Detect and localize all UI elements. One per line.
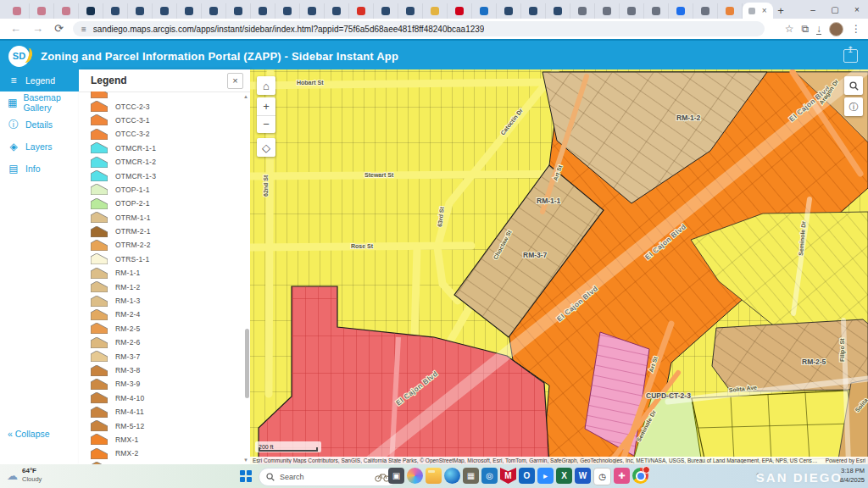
legend-scrollbar[interactable] [245,329,249,398]
legend-item-label: OTCC-3-2 [115,130,150,138]
forward-icon[interactable]: → [32,21,43,36]
pinned-tab[interactable] [448,3,472,19]
dell-command-icon[interactable]: ◎ [481,468,498,484]
pinned-tab[interactable] [423,3,448,19]
url-text[interactable]: sandiego.maps.arcgis.com/apps/instant/si… [93,25,485,34]
minimize-button[interactable]: – [802,0,824,19]
legend-item-label: OTMCR-1-2 [115,158,156,166]
taskbar-search[interactable]: Search [259,468,398,486]
zoom-icon[interactable]: ▸ [537,468,554,484]
pinned-tab[interactable] [349,3,374,19]
map-info-button[interactable]: ⓘ [844,97,863,116]
bookmark-star-icon[interactable]: ☆ [785,24,794,34]
sidebar-item-info[interactable]: ▤Info [0,158,79,180]
tray-chevron-icon[interactable]: ^ [756,471,760,479]
info-circle-icon: ⓘ [8,118,19,132]
chrome-icon[interactable] [632,468,648,484]
share-icon[interactable] [843,49,858,63]
pinned-tab[interactable] [620,3,644,19]
mcafee-icon[interactable]: M [500,468,516,484]
close-icon[interactable]: × [227,73,243,89]
pinned-tab[interactable] [521,3,546,19]
home-button[interactable]: ⌂ [257,76,275,95]
todo-icon[interactable]: ◷ [593,468,611,485]
pinned-tab[interactable] [128,3,153,19]
pinned-tab[interactable] [79,3,103,19]
sidebar-item-basemap-gallery[interactable]: ▦Basemap Gallery [0,92,79,114]
copilot-icon[interactable] [407,468,423,484]
pinned-tab[interactable] [54,3,79,19]
pinned-tab[interactable] [497,3,521,19]
word-icon[interactable]: W [575,468,591,484]
map-attribution: Esri Community Maps Contributors, SanGIS… [250,457,868,464]
new-tab-button[interactable]: + [773,4,788,17]
legend-swatch [91,142,108,153]
pinned-tab[interactable] [325,3,349,19]
task-view-icon[interactable]: ▣ [388,468,404,484]
sidebar-item-layers[interactable]: ◈Layers [0,136,79,158]
scroll-up-icon[interactable]: ▲ [243,94,248,99]
locate-button[interactable]: ◇ [257,138,275,157]
edge-icon[interactable] [444,468,460,484]
start-button[interactable] [240,470,252,482]
search-placeholder: Search [280,473,370,481]
sidebar-item-label: Legend [25,75,55,86]
collapse-button[interactable]: « Collapse [8,429,50,439]
pinned-tab[interactable] [595,3,620,19]
pinned-tab[interactable] [546,3,570,19]
company-portal-icon[interactable]: ▦ [463,468,479,484]
pinned-tab[interactable] [693,3,718,19]
pinned-tab[interactable] [153,3,177,19]
close-button[interactable]: × [846,0,868,19]
legend-swatch [91,101,108,112]
map-search-button[interactable] [844,76,863,95]
maximize-button[interactable]: ▢ [824,0,846,19]
legend-item: OTCC-3-1 [79,114,250,127]
site-settings-icon[interactable]: ≡ [81,25,86,34]
file-explorer-icon[interactable] [426,468,442,484]
excel-icon[interactable]: X [556,468,572,484]
legend-list[interactable]: OTCC-2-3OTCC-3-1OTCC-3-2OTMCR-1-1OTMCR-1… [79,92,250,464]
pinned-tab[interactable] [103,3,128,19]
pinned-tab[interactable] [718,3,743,19]
scroll-down-icon[interactable]: ▼ [243,458,248,463]
zoom-in-button[interactable]: + [257,97,275,116]
pinned-tab[interactable] [644,3,669,19]
clock-tray[interactable]: 3:18 PM 8/4/2025 [840,467,865,485]
legend-item-label: RM-4-11 [115,408,144,416]
active-tab[interactable]: × [743,3,773,19]
sidebar-item-details[interactable]: ⓘDetails [0,114,79,136]
zoom-control[interactable]: + − [257,97,275,133]
pinned-tab[interactable] [30,3,54,19]
map-canvas[interactable]: Hobart StStewart StRose St62nd St63rd St… [250,69,868,464]
reload-icon[interactable]: ⟳ [54,21,64,36]
outlook-icon[interactable]: O [519,468,535,484]
pinned-tab[interactable] [275,3,300,19]
browser-menu-icon[interactable]: ⋮ [851,24,861,34]
pinned-tab[interactable] [5,3,30,19]
side-panel-icon[interactable]: ⧉ [801,24,809,34]
pinned-tab[interactable] [570,3,595,19]
pinned-tab[interactable] [251,3,275,19]
pinned-tab[interactable] [202,3,226,19]
zoom-out-button[interactable]: − [257,116,275,134]
pinned-tab[interactable] [300,3,325,19]
weather-widget[interactable]: ☁ 64°F Cloudy [7,467,42,484]
pinned-tab[interactable] [669,3,693,19]
pinned-tab[interactable] [374,3,398,19]
pinned-tab[interactable] [398,3,423,19]
tab-close-icon[interactable]: × [762,7,767,15]
power-automate-icon[interactable]: ✚ [614,468,630,484]
legend-swatch [91,309,108,320]
pinned-tab[interactable] [177,3,202,19]
tray-time: 3:18 PM [841,467,865,474]
back-icon[interactable]: ← [10,21,21,36]
download-icon[interactable]: ↓ [816,24,821,35]
tab-favicon-icon [111,7,120,15]
address-bar[interactable]: ≡ sandiego.maps.arcgis.com/apps/instant/… [73,21,765,36]
sidebar-item-legend[interactable]: ≡Legend [0,69,79,92]
tab-favicon-icon [332,7,341,15]
profile-avatar[interactable] [829,22,843,36]
pinned-tab[interactable] [472,3,497,19]
pinned-tab[interactable] [226,3,251,19]
